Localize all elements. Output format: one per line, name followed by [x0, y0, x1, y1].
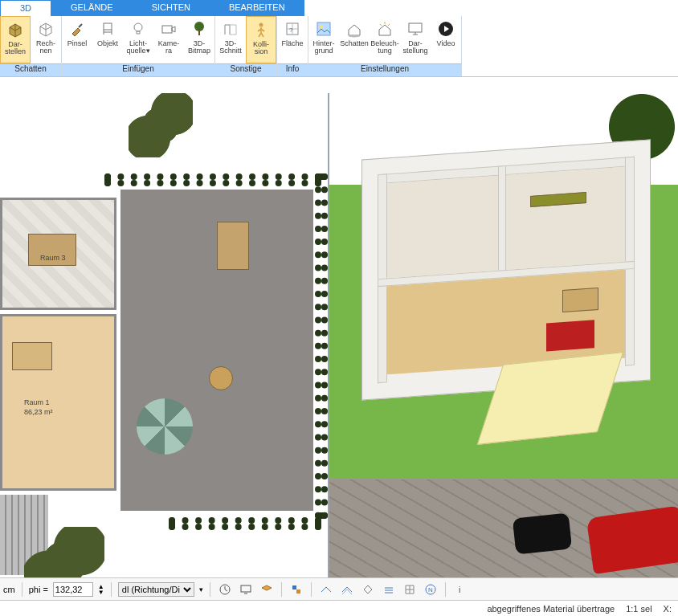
ribbon-kollision-button[interactable]: Kolli-sion: [246, 16, 276, 63]
svg-rect-8: [317, 22, 330, 35]
phi-label: phi =: [29, 585, 48, 594]
chevron-down-icon[interactable]: ▾: [199, 585, 203, 594]
ribbon-schatten2-button[interactable]: Schatten: [339, 16, 370, 63]
info-icon[interactable]: i: [452, 581, 468, 598]
room-1: [0, 314, 116, 491]
svg-point-9: [320, 25, 323, 28]
ribbon-hintergrund-button[interactable]: Hinter-grund: [308, 16, 339, 63]
ribbon-button-label: Fläche: [281, 40, 303, 47]
room-label: Raum 3: [40, 254, 66, 262]
layers-icon[interactable]: [259, 581, 275, 598]
ribbon-button-label: Pinsel: [67, 40, 88, 47]
surface2-icon[interactable]: [339, 581, 355, 598]
ribbon-3dschnitt-button[interactable]: 3D-Schnitt: [215, 16, 246, 63]
diamond-icon[interactable]: [360, 581, 376, 598]
svg-rect-16: [296, 589, 300, 594]
ribbon-kamera-button[interactable]: Kame-ra: [153, 16, 184, 63]
play-icon: [436, 19, 455, 39]
ribbon-button-label: Objekt: [97, 40, 118, 47]
ribbon-pinsel-button[interactable]: Pinsel: [62, 16, 92, 63]
stack-icon[interactable]: [381, 581, 397, 598]
room-area: 86,23 m²: [24, 408, 53, 416]
ribbon-button-label: Schatten: [340, 40, 369, 47]
north-icon[interactable]: N: [423, 581, 439, 598]
ribbon-objekt-button[interactable]: Objekt: [92, 16, 123, 63]
plan-2d-pane[interactable]: Raum 3 Raum 1 86,23 m²: [0, 93, 329, 600]
ribbon-group-sonstige: 3D-SchnittKolli-sionSonstige: [215, 16, 277, 76]
ribbon-3dbitmap-button[interactable]: 3D-Bitmap: [184, 16, 214, 63]
view-3d-canvas[interactable]: [329, 93, 678, 600]
workarea: Raum 3 Raum 1 86,23 m²: [0, 93, 678, 600]
status-message: abgegriffenes Material übertrage: [487, 604, 615, 614]
svg-point-1: [134, 23, 142, 31]
ribbon-darstellen-button[interactable]: Dar-stellen: [0, 16, 31, 63]
ribbon-group-label: Einfügen: [62, 63, 214, 76]
monitor-icon: [406, 19, 425, 39]
ribbon-button-label: Schnitt: [219, 47, 242, 55]
tab-3d[interactable]: 3D: [0, 0, 51, 16]
chair-icon: [98, 19, 117, 39]
ribbon-button-label: Video: [437, 40, 455, 47]
bg-icon: [314, 19, 333, 39]
monitor-icon[interactable]: [238, 581, 254, 598]
view-3d-pane[interactable]: [329, 93, 678, 600]
ribbon-group-einstellungen: Hinter-grundSchattenBeleuch-tungDar-stel…: [308, 16, 462, 76]
ribbon-button-label: stellung: [402, 47, 427, 55]
mode-select[interactable]: dl (Richtung/Di: [118, 582, 194, 597]
ribbon-lichtquelle-button[interactable]: Licht-quelle▾: [123, 16, 153, 63]
svg-text:N: N: [428, 586, 433, 594]
surface1-icon[interactable]: [318, 581, 334, 598]
grid-icon[interactable]: [402, 581, 418, 598]
car-icon: [513, 512, 572, 554]
ribbon-group-einfügen: PinselObjektLicht-quelle▾Kame-ra3D-Bitma…: [62, 16, 215, 76]
cube-icon: [6, 20, 25, 39]
svg-rect-2: [162, 26, 172, 33]
bottom-toolbar: cm phi = ▲▼ dl (Richtung/Di ▾ N i: [0, 577, 678, 600]
bench-icon: [217, 222, 249, 270]
clock-icon[interactable]: [217, 581, 233, 598]
section-icon: [221, 19, 240, 39]
brush-icon: [67, 19, 87, 39]
svg-point-5: [259, 23, 263, 27]
ribbon-button-label: Bitmap: [188, 47, 210, 55]
ribbon-group-label: Einstellungen: [308, 63, 461, 76]
tree-icon: [190, 19, 209, 39]
ribbon-button-label: sion: [255, 48, 268, 55]
ribbon-beleuchtung-button[interactable]: Beleuch-tung: [370, 16, 400, 63]
ribbon-group-info: ?FlächeInfo: [277, 16, 308, 76]
tab-gelaende[interactable]: GELÄNDE: [51, 0, 133, 16]
ribbon: Dar-stellenRech-nenSchattenPinselObjektL…: [0, 16, 678, 77]
phi-input[interactable]: [53, 582, 93, 597]
ribbon-button-label: ra: [165, 47, 172, 55]
separator: [111, 582, 112, 597]
umbrella-icon: [137, 398, 193, 455]
separator: [445, 582, 446, 597]
svg-text:?: ?: [289, 27, 293, 34]
ribbon-button-label: stellen: [5, 48, 26, 55]
desk-icon: [562, 288, 598, 312]
plan-canvas[interactable]: Raum 3 Raum 1 86,23 m²: [0, 93, 328, 600]
svg-rect-0: [104, 23, 112, 30]
stepper-icon[interactable]: ▲▼: [98, 584, 104, 595]
svg-rect-4: [198, 31, 200, 35]
cube-wire-icon: [36, 19, 55, 39]
hedge: [315, 173, 328, 519]
svg-text:i: i: [459, 585, 460, 594]
tab-sichten[interactable]: SICHTEN: [133, 0, 210, 16]
separator: [311, 582, 312, 597]
unit-label: cm: [3, 585, 15, 594]
ribbon-flaeche-button[interactable]: ?Fläche: [277, 16, 308, 63]
person-icon: [251, 20, 271, 39]
camera-icon: [159, 19, 178, 39]
cube-color-icon[interactable]: [288, 581, 304, 598]
ribbon-button-label: grund: [314, 47, 333, 55]
plant-icon: [129, 93, 193, 157]
ribbon-darstellung-button[interactable]: Dar-stellung: [400, 16, 431, 63]
tab-bearbeiten[interactable]: BEARBEITEN: [210, 0, 304, 16]
ribbon-rechnen-button[interactable]: Rech-nen: [31, 16, 61, 63]
ribbon-group-label: Sonstige: [215, 63, 276, 76]
ribbon-group-label: Info: [277, 63, 308, 76]
ribbon-video-button[interactable]: Video: [431, 16, 461, 63]
svg-point-3: [194, 22, 204, 31]
round-table-icon: [209, 366, 233, 390]
